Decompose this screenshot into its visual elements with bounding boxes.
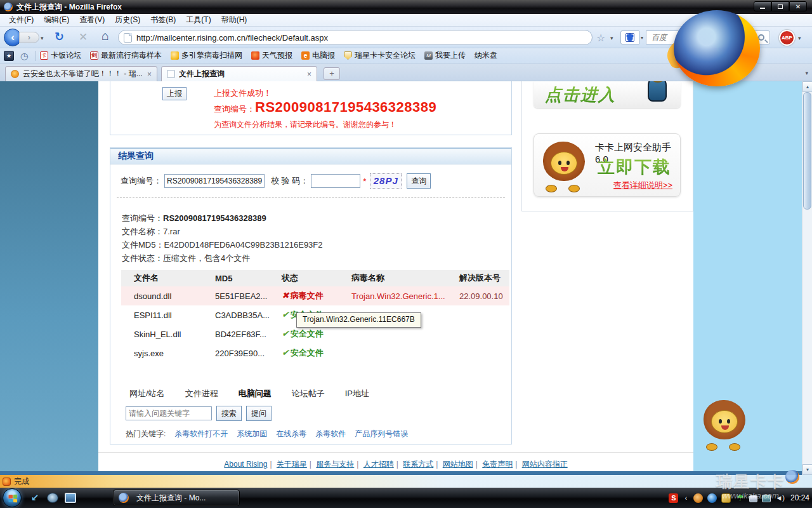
- footer-link-rising[interactable]: 关于瑞星: [277, 460, 307, 469]
- scrollbar-thumb[interactable]: [803, 92, 811, 210]
- search-engine-dropdown-icon[interactable]: ▾: [641, 35, 643, 41]
- footer-link-feedback[interactable]: 网站内容指正: [522, 460, 568, 469]
- tray-gold-icon[interactable]: [721, 493, 731, 503]
- tab-computer-issue[interactable]: 电脑问题: [239, 388, 272, 399]
- menu-history[interactable]: 历史(S): [110, 13, 145, 27]
- tray-globe-icon[interactable]: [707, 493, 717, 503]
- diannaobao-favicon: e: [301, 51, 310, 60]
- footer-link-about[interactable]: About Rising: [224, 460, 267, 469]
- rising-umbrella-icon[interactable]: ☂: [735, 493, 745, 503]
- hot-keyword-link[interactable]: 杀毒软件: [315, 429, 346, 439]
- footer-link-jobs[interactable]: 人才招聘: [363, 460, 394, 469]
- tray-orange-icon[interactable]: [693, 493, 703, 503]
- tab-file-process[interactable]: 文件进程: [185, 388, 218, 399]
- minimize-button[interactable]: [754, 1, 771, 11]
- query-number-label: 查询编号：: [214, 104, 255, 115]
- download-now-text[interactable]: 立即下载: [598, 156, 671, 178]
- quick-launch-monitor-icon[interactable]: [65, 493, 76, 503]
- ask-button[interactable]: 提问: [246, 406, 272, 421]
- new-tab-button[interactable]: +: [324, 67, 340, 80]
- tray-expand-icon[interactable]: ‹: [683, 493, 689, 503]
- search-input[interactable]: [652, 33, 758, 42]
- kaka-download-banner[interactable]: 卡卡上网安全助手6.0 立即下载 查看详细说明>>: [534, 133, 681, 197]
- report-button[interactable]: 上报: [162, 87, 187, 100]
- menu-help[interactable]: 帮助(H): [216, 13, 252, 27]
- menu-file[interactable]: 文件(F): [4, 13, 39, 27]
- menu-view[interactable]: 查看(V): [74, 13, 110, 27]
- reload-icon[interactable]: ↻: [55, 30, 64, 44]
- tab-close-icon[interactable]: ×: [307, 70, 311, 79]
- tab-forum-post[interactable]: 论坛帖子: [292, 388, 325, 399]
- tab-file-report-active[interactable]: 文件上报查询 ×: [161, 66, 317, 81]
- bookmark-kafan[interactable]: 卡 卡饭论坛: [40, 50, 81, 61]
- cell-status: ✖病毒文件: [282, 290, 351, 302]
- start-button[interactable]: [3, 488, 22, 507]
- tab-ip-address[interactable]: IP地址: [345, 388, 369, 399]
- status-text: 病毒文件: [291, 291, 324, 300]
- hot-keyword-link[interactable]: 在线杀毒: [276, 429, 306, 439]
- tab-cloud-security[interactable]: 云安全也太不靠谱了吧！！！ - 瑞... ×: [5, 66, 157, 81]
- bookmark-star-icon[interactable]: ☆: [596, 32, 605, 44]
- col-md5: MD5: [215, 274, 282, 283]
- url-dropdown-icon[interactable]: ▾: [610, 35, 613, 41]
- question-keyword-input[interactable]: [126, 406, 212, 420]
- restore-button[interactable]: [771, 1, 789, 11]
- cell-filename: ESPI11.dll: [134, 311, 215, 320]
- detail-link[interactable]: 查看详细说明>>: [613, 180, 672, 191]
- bookmark-kaka-forum[interactable]: 瑞星卡卡安全论坛: [344, 50, 416, 61]
- url-bar[interactable]: [118, 30, 593, 45]
- forward-button[interactable]: ›: [19, 32, 39, 43]
- history-clock-icon[interactable]: ◷: [19, 51, 29, 61]
- bookmark-diannaobao[interactable]: e 电脑报: [301, 50, 335, 61]
- search-engine-button[interactable]: [620, 30, 639, 44]
- tab-close-icon[interactable]: ×: [147, 70, 152, 79]
- history-dropdown-icon[interactable]: ▾: [41, 35, 44, 41]
- list-all-tabs-icon[interactable]: ▾: [805, 70, 808, 76]
- query-id-input[interactable]: [164, 174, 265, 188]
- quick-launch-badge-icon[interactable]: [47, 493, 58, 503]
- query-button[interactable]: 查询: [407, 173, 431, 189]
- bookmark-multiscan[interactable]: 多引擎病毒扫描网: [171, 50, 242, 61]
- search-bar[interactable]: [646, 30, 770, 44]
- adblock-plus-icon[interactable]: ABP: [779, 30, 795, 46]
- show-desktop-icon[interactable]: ↙: [29, 493, 41, 503]
- hot-keyword-link[interactable]: 杀毒软件打不开: [174, 429, 228, 439]
- footer-link-disclaimer[interactable]: 免责声明: [482, 460, 513, 469]
- footer-link-support[interactable]: 服务与支持: [316, 460, 354, 469]
- hot-keyword-link[interactable]: 系统加固: [237, 429, 267, 439]
- hot-keyword-link[interactable]: 产品序列号错误: [355, 429, 408, 439]
- enter-banner[interactable]: 点击进入: [534, 81, 681, 108]
- tab-label: 云安全也太不靠谱了吧！！！ - 瑞...: [23, 69, 143, 79]
- scroll-down-icon[interactable]: ▼: [802, 464, 812, 475]
- bookmark-virus-samples[interactable]: 剑 最新流行病毒样本: [90, 50, 162, 61]
- bookmark-upload[interactable]: M 我要上传: [424, 50, 466, 61]
- bookmark-namipan[interactable]: 纳米盘: [475, 50, 497, 61]
- battery-icon[interactable]: [749, 495, 757, 502]
- url-input[interactable]: [136, 33, 587, 43]
- menu-tools[interactable]: 工具(T): [181, 13, 216, 27]
- home-icon[interactable]: ⌂: [102, 29, 109, 43]
- sogou-tray-icon[interactable]: S: [669, 493, 678, 503]
- menu-bookmarks[interactable]: 书签(B): [145, 13, 181, 27]
- required-asterisk: *: [363, 177, 366, 186]
- window-titlebar: 文件上报查询 - Mozilla Firefox ✕: [0, 0, 812, 14]
- captcha-input[interactable]: [311, 174, 360, 188]
- footer-link-sitemap[interactable]: 网站地图: [443, 460, 473, 469]
- cell-virus-name[interactable]: Trojan.Win32.Generic.1...: [351, 291, 459, 301]
- network-icon[interactable]: [762, 495, 771, 502]
- bookmarks-panel-icon[interactable]: ★: [4, 51, 14, 61]
- volume-icon[interactable]: ◄): [775, 494, 785, 502]
- scroll-up-icon[interactable]: ▲: [802, 81, 812, 92]
- taskbar-task-firefox[interactable]: 文件上报查询 - Mo...: [113, 490, 240, 506]
- footer-link-contact[interactable]: 联系方式: [403, 460, 433, 469]
- bookmark-weather[interactable]: 天气预报: [251, 50, 292, 61]
- close-button[interactable]: ✕: [789, 1, 807, 11]
- report-success-text: 上报文件成功！: [214, 88, 272, 99]
- tab-url-site[interactable]: 网址/站名: [129, 388, 165, 399]
- search-icon[interactable]: [758, 34, 764, 41]
- stop-icon[interactable]: ✕: [79, 30, 88, 44]
- menu-edit[interactable]: 编辑(E): [39, 13, 74, 27]
- adblock-dropdown-icon[interactable]: ▾: [798, 35, 801, 41]
- vertical-scrollbar[interactable]: ▲ ▼: [802, 81, 812, 475]
- search-button[interactable]: 搜索: [216, 406, 242, 421]
